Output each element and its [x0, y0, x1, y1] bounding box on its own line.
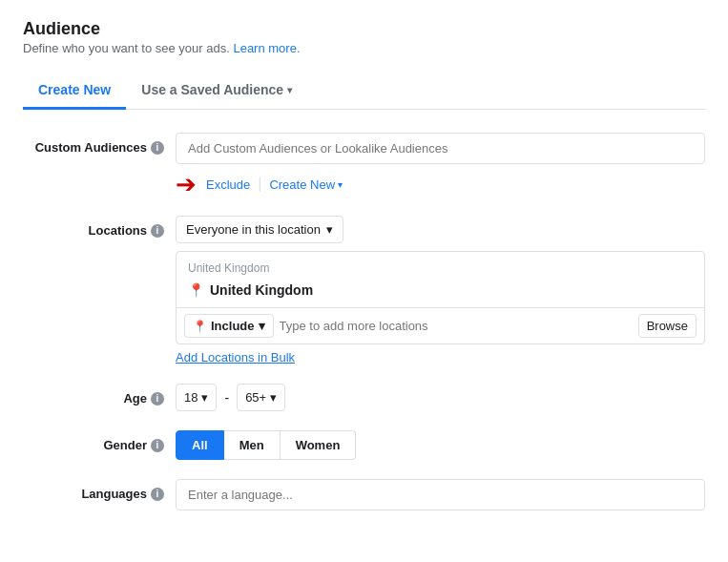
location-header: United Kingdom [177, 252, 704, 279]
age-info-icon[interactable]: i [151, 392, 164, 406]
page-subtitle: Define who you want to see your ads. Lea… [23, 41, 705, 55]
location-pin-icon: 📍 [188, 282, 204, 298]
locations-info-icon[interactable]: i [151, 224, 164, 238]
include-dropdown-button[interactable]: 📍 Include ▾ [184, 314, 274, 338]
gender-content: All Men Women [176, 430, 705, 460]
gender-all-button[interactable]: All [176, 430, 224, 460]
age-min-dropdown[interactable]: 18 ▾ [176, 384, 217, 411]
chevron-down-icon: ▾ [287, 85, 292, 95]
custom-audiences-section: Custom Audiences i ➔ Exclude | Create Ne… [23, 133, 705, 197]
gender-label: Gender i [23, 430, 176, 452]
languages-content [176, 479, 705, 510]
exclude-row: ➔ Exclude | Create New ▾ [176, 172, 705, 197]
gender-section: Gender i All Men Women [23, 430, 705, 460]
location-search-input[interactable] [280, 315, 629, 337]
page-header: Audience Define who you want to see your… [23, 19, 705, 55]
location-item: 📍 United Kingdom [177, 279, 704, 307]
gender-women-button[interactable]: Women [281, 430, 357, 460]
languages-section: Languages i [23, 479, 705, 510]
create-new-chevron-icon: ▾ [338, 179, 343, 190]
location-type-dropdown[interactable]: Everyone in this location ▾ [176, 216, 343, 243]
languages-input[interactable] [176, 479, 705, 510]
age-max-chevron-icon: ▾ [270, 390, 277, 405]
include-pin-icon: 📍 [193, 320, 207, 333]
location-dropdown-chevron-icon: ▾ [326, 222, 333, 237]
add-locations-bulk-link[interactable]: Add Locations in Bulk [176, 350, 295, 364]
age-max-dropdown[interactable]: 65+ ▾ [237, 384, 285, 411]
languages-label: Languages i [23, 479, 176, 501]
age-label: Age i [23, 384, 176, 406]
age-section: Age i 18 ▾ - 65+ ▾ [23, 384, 705, 411]
include-row: 📍 Include ▾ Browse [177, 307, 704, 343]
age-separator: - [224, 390, 229, 406]
age-row: 18 ▾ - 65+ ▾ [176, 384, 705, 411]
include-chevron-icon: ▾ [259, 319, 265, 333]
locations-section: Locations i Everyone in this location ▾ … [23, 216, 705, 364]
exclude-button[interactable]: Exclude [206, 177, 250, 192]
gender-info-icon[interactable]: i [151, 439, 164, 452]
locations-box: United Kingdom 📍 United Kingdom 📍 Includ… [176, 251, 705, 344]
age-min-chevron-icon: ▾ [201, 390, 208, 405]
locations-label: Locations i [23, 216, 176, 238]
create-new-button[interactable]: Create New ▾ [269, 177, 343, 192]
page-title: Audience [23, 19, 705, 39]
locations-content: Everyone in this location ▾ United Kingd… [176, 216, 705, 364]
custom-audiences-input[interactable] [176, 133, 705, 164]
age-content: 18 ▾ - 65+ ▾ [176, 384, 705, 411]
custom-audiences-content: ➔ Exclude | Create New ▾ [176, 133, 705, 197]
languages-info-icon[interactable]: i [151, 488, 164, 501]
vertical-divider: | [258, 176, 261, 193]
gender-men-button[interactable]: Men [224, 430, 281, 460]
arrow-right-indicator: ➔ [176, 172, 197, 197]
learn-more-link[interactable]: Learn more. [233, 41, 300, 55]
custom-audiences-info-icon[interactable]: i [151, 141, 164, 155]
tab-create-new[interactable]: Create New [23, 73, 126, 110]
tabs-container: Create New Use a Saved Audience ▾ [23, 73, 705, 110]
browse-button[interactable]: Browse [638, 314, 697, 338]
tab-use-saved-audience[interactable]: Use a Saved Audience ▾ [126, 73, 307, 110]
gender-row: All Men Women [176, 430, 705, 460]
custom-audiences-label: Custom Audiences i [23, 133, 176, 155]
